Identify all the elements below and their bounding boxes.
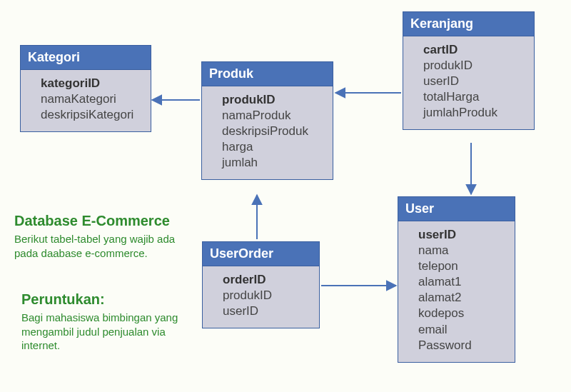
attr: telepon [418, 258, 507, 274]
attr: jumlahProduk [423, 105, 527, 121]
entity-body: cartID produkID userID totalHarga jumlah… [403, 36, 534, 129]
entity-keranjang: Keranjang cartID produkID userID totalHa… [403, 11, 535, 130]
entity-body: produkID namaProduk deskripsiProduk harg… [202, 86, 333, 179]
entity-user: User userID nama telepon alamat1 alamat2… [398, 196, 515, 363]
attr: email [418, 322, 507, 338]
entity-body: kategoriID namaKategori deskripsiKategor… [21, 70, 151, 131]
attr: produkID [423, 58, 527, 74]
attr: namaProduk [222, 108, 325, 124]
heading-database-ecommerce: Database E-Commerce [14, 213, 178, 229]
heading-peruntukan: Peruntukan: [21, 291, 186, 308]
attr-pk: orderID [223, 272, 312, 288]
entity-header: UserOrder [203, 242, 319, 266]
attr: kodepos [418, 306, 507, 321]
side-text-1: Database E-Commerce Berikut tabel-tabel … [14, 213, 178, 260]
desc-database-ecommerce: Berikut tabel-tabel yang wajib ada pada … [14, 232, 178, 260]
attr: nama [418, 243, 507, 258]
entity-header: Keranjang [403, 12, 534, 36]
entity-header: Kategori [21, 46, 151, 70]
entity-kategori: Kategori kategoriID namaKategori deskrip… [20, 45, 151, 132]
entity-produk: Produk produkID namaProduk deskripsiProd… [201, 61, 333, 180]
attr-pk: produkID [222, 92, 325, 108]
attr: alamat1 [418, 274, 507, 290]
entity-userorder: UserOrder orderID produkID userID [202, 241, 320, 328]
entity-body: orderID produkID userID [203, 266, 319, 328]
entity-header: Produk [202, 62, 333, 86]
attr-pk: kategoriID [41, 76, 143, 91]
attr: totalHarga [423, 89, 527, 105]
attr: deskripsiProduk [222, 124, 325, 139]
attr: Password [418, 338, 507, 353]
attr: jumlah [222, 155, 325, 171]
attr: deskripsiKategori [41, 107, 143, 123]
attr: produkID [223, 288, 312, 303]
attr: namaKategori [41, 91, 143, 107]
attr-pk: userID [418, 227, 507, 243]
entity-body: userID nama telepon alamat1 alamat2 kode… [398, 221, 515, 362]
attr: userID [223, 303, 312, 319]
entity-header: User [398, 197, 515, 221]
attr: harga [222, 139, 325, 155]
attr: userID [423, 74, 527, 89]
side-text-2: Peruntukan: Bagi mahasiswa bimbingan yan… [21, 291, 186, 353]
desc-peruntukan: Bagi mahasiswa bimbingan yang mengambil … [21, 311, 186, 353]
attr: alamat2 [418, 290, 507, 306]
attr-pk: cartID [423, 42, 527, 58]
